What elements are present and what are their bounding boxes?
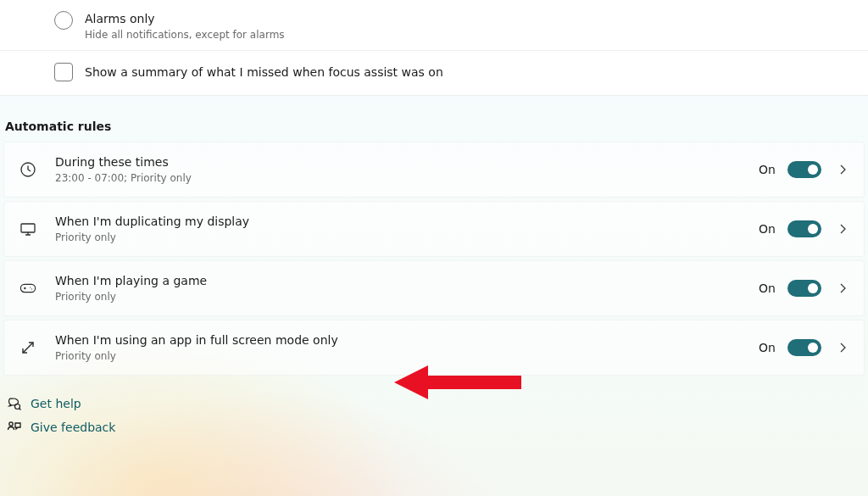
option-sub: Hide all notifications, except for alarm… [85, 28, 285, 42]
rule-text: When I'm using an app in full screen mod… [55, 332, 338, 363]
toggle-state-label: On [759, 341, 776, 354]
toggle-state-label: On [759, 281, 776, 295]
section-header-automatic-rules: Automatic rules [0, 120, 868, 142]
rule-text: During these times 23:00 - 07:00; Priori… [55, 154, 192, 185]
rule-full-screen-mode[interactable]: When I'm using an app in full screen mod… [3, 320, 865, 376]
rule-text: When I'm duplicating my display Priority… [55, 214, 249, 244]
toggle-switch[interactable] [787, 220, 821, 237]
toggle-state-label: On [759, 222, 776, 236]
rule-text: When I'm playing a game Priority only [55, 273, 207, 304]
option-text: Alarms only Hide all notifications, exce… [85, 10, 285, 42]
rule-right: On [759, 161, 849, 178]
toggle-switch[interactable] [787, 280, 821, 297]
feedback-icon [7, 420, 22, 435]
rule-sub: Priority only [55, 231, 249, 244]
svg-rect-2 [20, 284, 35, 292]
gamepad-icon [19, 280, 36, 297]
give-feedback-link[interactable]: Give feedback [7, 420, 868, 435]
monitor-icon [19, 220, 36, 237]
automatic-rules-list: During these times 23:00 - 07:00; Priori… [0, 142, 868, 376]
svg-point-3 [30, 287, 31, 288]
rule-title: When I'm playing a game [55, 273, 207, 289]
chevron-right-icon[interactable] [838, 284, 847, 293]
fullscreen-icon [19, 339, 36, 356]
rule-playing-a-game[interactable]: When I'm playing a game Priority only On [3, 260, 865, 316]
get-help-link[interactable]: Get help [7, 396, 868, 411]
toggle-switch[interactable] [787, 339, 821, 356]
top-options-group: Alarms only Hide all notifications, exce… [0, 0, 868, 96]
radio-icon[interactable] [54, 11, 73, 30]
toggle-state-label: On [759, 163, 776, 176]
option-summary[interactable]: Show a summary of what I missed when foc… [0, 51, 868, 95]
chevron-right-icon[interactable] [838, 225, 847, 233]
give-feedback-label: Give feedback [31, 421, 115, 434]
rule-title: When I'm duplicating my display [55, 214, 249, 230]
toggle-switch[interactable] [787, 161, 821, 178]
rule-title: During these times [55, 154, 192, 170]
chevron-right-icon[interactable] [838, 165, 847, 174]
option-alarms-only[interactable]: Alarms only Hide all notifications, exce… [0, 0, 868, 51]
svg-point-4 [31, 288, 32, 289]
rule-sub: Priority only [55, 349, 338, 363]
svg-point-6 [9, 422, 13, 426]
footer-links: Get help Give feedback [0, 396, 868, 435]
help-icon [7, 396, 22, 411]
rule-title: When I'm using an app in full screen mod… [55, 332, 338, 348]
rule-right: On [759, 339, 849, 356]
rule-sub: Priority only [55, 290, 207, 304]
rule-right: On [759, 280, 849, 297]
rule-right: On [759, 220, 849, 237]
clock-icon [19, 161, 36, 178]
rule-duplicating-display[interactable]: When I'm duplicating my display Priority… [3, 201, 865, 257]
rule-during-these-times[interactable]: During these times 23:00 - 07:00; Priori… [3, 142, 865, 198]
svg-rect-1 [21, 224, 35, 232]
chevron-right-icon[interactable] [838, 343, 847, 352]
option-title: Alarms only [85, 10, 285, 27]
rule-sub: 23:00 - 07:00; Priority only [55, 171, 192, 185]
option-summary-label: Show a summary of what I missed when foc… [85, 65, 443, 79]
checkbox-icon[interactable] [54, 63, 73, 81]
get-help-label: Get help [31, 397, 81, 410]
